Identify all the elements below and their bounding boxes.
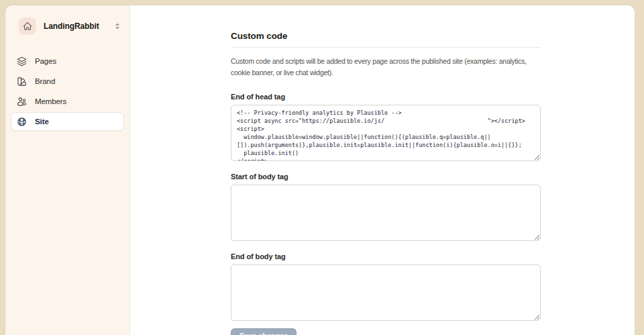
app-window: LandingRabbit Pages Brand [5,5,635,335]
field-end-of-body-tag: End of body tag [231,252,541,321]
sidebar-item-label: Site [35,117,49,126]
field-label: End of head tag [231,92,541,101]
layers-icon [17,56,27,66]
save-changes-button[interactable]: Save changes [231,328,297,335]
sidebar-item-site[interactable]: Site [11,112,124,131]
end-of-body-tag-textarea[interactable] [231,265,541,321]
end-of-head-tag-textarea[interactable]: <!-- Privacy-friendly analytics by Plaus… [231,105,541,161]
custom-code-section: Custom code Custom code and scripts will… [231,5,541,335]
field-end-of-head-tag: End of head tag <!-- Privacy-friendly an… [231,92,541,161]
page-title: Custom code [231,31,541,42]
sidebar-item-label: Brand [35,77,55,85]
workspace-switcher[interactable]: LandingRabbit [11,17,124,35]
users-icon [17,97,27,107]
sidebar-item-brand[interactable]: Brand [11,72,124,91]
start-of-body-tag-textarea[interactable] [231,185,541,241]
globe-icon [17,117,27,127]
swatch-icon [17,77,27,87]
chevron-up-down-icon[interactable] [113,22,121,30]
workspace-name: LandingRabbit [44,21,99,31]
sidebar-item-label: Members [35,97,66,105]
sidebar-item-pages[interactable]: Pages [11,52,124,70]
field-label: End of body tag [231,252,541,261]
title-divider [231,47,541,48]
sidebar: LandingRabbit Pages Brand [5,5,130,335]
sidebar-nav: Pages Brand Members Site [11,52,124,131]
main-panel: Custom code Custom code and scripts will… [130,5,635,335]
sidebar-item-label: Pages [35,57,56,65]
sidebar-item-members[interactable]: Members [11,92,124,111]
field-label: Start of body tag [231,172,541,181]
field-start-of-body-tag: Start of body tag [231,172,541,241]
section-description: Custom code and scripts will be added to… [231,56,541,78]
home-icon [19,17,36,35]
